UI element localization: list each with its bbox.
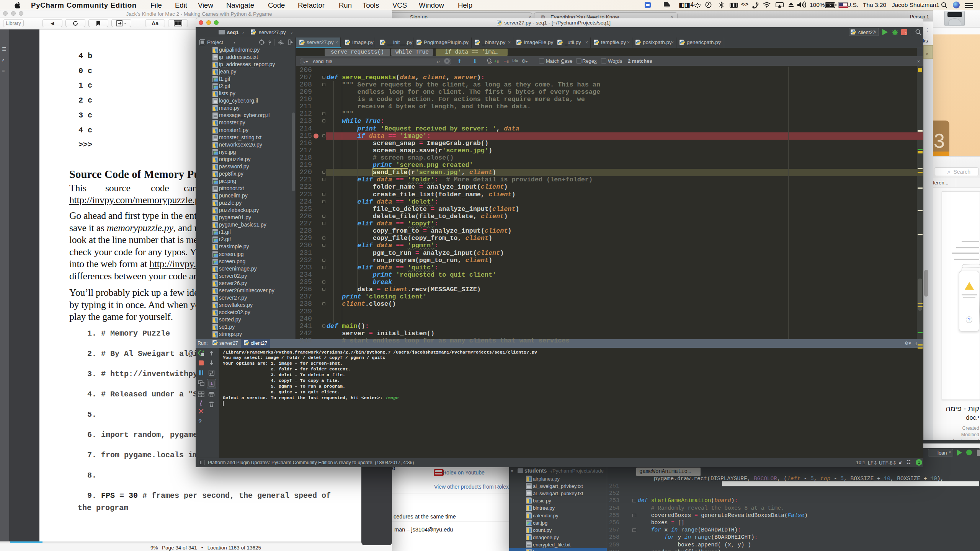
svg-text:ALL: ALL xyxy=(488,62,491,64)
